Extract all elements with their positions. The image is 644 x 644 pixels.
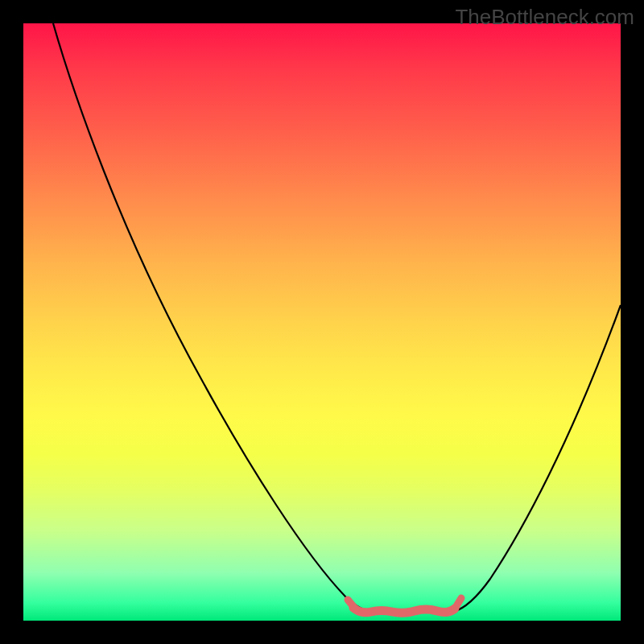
- chart-svg: [23, 23, 621, 621]
- chart-gradient-background: [23, 23, 621, 621]
- watermark-text: TheBottleneck.com: [455, 5, 634, 30]
- curve-left-path: [53, 23, 371, 612]
- curve-right-path: [453, 305, 621, 612]
- bottom-band-right-spur: [455, 598, 461, 609]
- bottom-band-left-spur: [348, 600, 356, 609]
- bottom-band-path: [353, 608, 455, 613]
